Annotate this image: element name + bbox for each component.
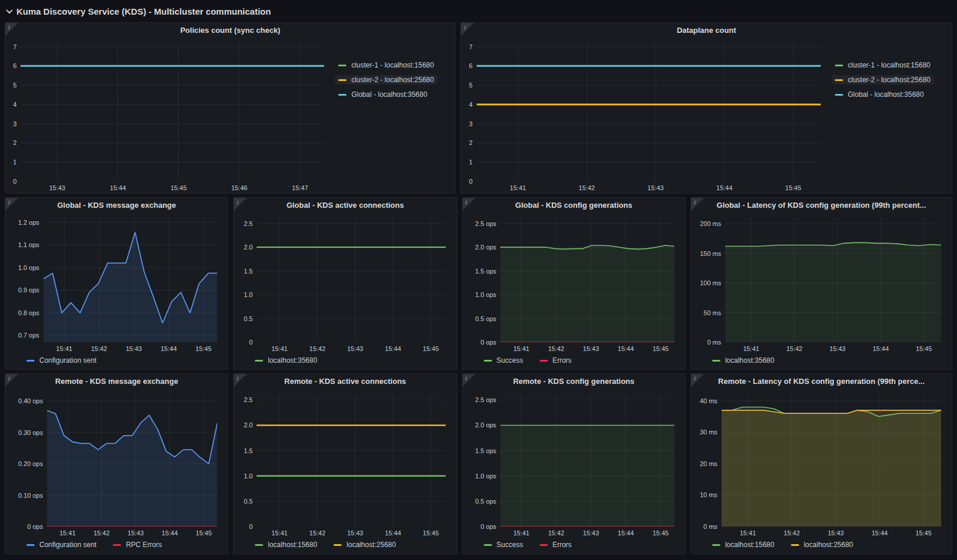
x-tick-label: 15:43 — [127, 529, 144, 537]
x-tick-label: 15:45 — [652, 529, 669, 537]
legend-swatch — [255, 360, 263, 362]
y-tick-label: 1.0 — [244, 473, 252, 480]
x-tick-label: 15:43 — [830, 345, 846, 352]
y-tick-label: 0 — [249, 523, 252, 530]
row-header-title: Kuma Discovery Service (KDS) - Multiclus… — [16, 6, 271, 16]
panel-title[interactable]: Global - KDS message exchange — [5, 198, 228, 213]
legend-item-rpc-errors[interactable]: RPC Errors — [109, 540, 165, 549]
panel-body: 00.51.01.52.02.515:4115:4215:4315:4415:4… — [234, 213, 456, 354]
plot-canvas[interactable] — [477, 43, 821, 181]
chart-plot-area: 0 ms50 ms100 ms150 ms200 ms15:4115:4215:… — [696, 214, 948, 354]
y-tick-label: 1.0 — [244, 291, 252, 298]
x-tick-label: 15:45 — [196, 529, 212, 537]
x-tick-label: 15:43 — [49, 184, 66, 191]
legend-item-success[interactable]: Success — [480, 540, 527, 549]
legend-item-errors[interactable]: Errors — [536, 356, 575, 365]
x-tick-label: 15:43 — [828, 529, 844, 537]
y-axis-labels: 0.7 ops0.8 ops0.9 ops1.0 ops1.1 ops1.2 o… — [10, 218, 43, 342]
legend-label: Errors — [552, 356, 572, 365]
legend-swatch — [484, 544, 492, 546]
legend-item-localhost-25680[interactable]: localhost:25680 — [330, 540, 399, 549]
panel-row-bottom: iRemote - KDS message exchange0 ops0.10 … — [5, 373, 952, 554]
x-tick-label: 15:41 — [59, 529, 76, 537]
y-tick-label: 2.0 ops — [475, 244, 496, 251]
legend: localhost:35680 — [234, 354, 456, 369]
chart-plot-area: 0123456715:4315:4415:4515:4615:47 — [10, 39, 331, 193]
legend-item-configuration-sent[interactable]: Configuration sent — [23, 540, 100, 549]
panel-title[interactable]: Remote - Latency of KDS config generatio… — [691, 374, 952, 389]
plot-canvas[interactable] — [47, 394, 217, 527]
plot-canvas[interactable] — [257, 394, 446, 527]
legend-label: localhost:15680 — [268, 541, 317, 549]
legend-swatch — [338, 94, 346, 96]
plot-canvas[interactable] — [500, 218, 675, 342]
legend-swatch — [835, 65, 843, 66]
plot-canvas[interactable] — [500, 394, 675, 527]
legend: SuccessErrors — [463, 538, 685, 554]
x-tick-label: 15:41 — [510, 184, 526, 191]
row-header-kds[interactable]: Kuma Discovery Service (KDS) - Multiclus… — [5, 4, 952, 19]
legend-item-success[interactable]: Success — [480, 356, 527, 365]
chevron-down-icon — [6, 7, 12, 14]
legend-item-global-localhost-35680[interactable]: Global - localhost:35680 — [831, 90, 927, 99]
panel-body: 0 ops0.5 ops1.0 ops1.5 ops2.0 ops2.5 ops… — [463, 389, 685, 538]
y-tick-label: 0.5 — [244, 498, 252, 505]
panel-title[interactable]: Policies count (sync check) — [5, 23, 455, 38]
x-tick-label: 15:42 — [579, 184, 595, 191]
panel-title[interactable]: Global - KDS config generations — [463, 198, 685, 213]
plot-canvas[interactable] — [21, 43, 324, 181]
y-tick-label: 0.20 ops — [18, 460, 43, 467]
legend-label: localhost:25680 — [346, 541, 396, 549]
legend-item-localhost-15680[interactable]: localhost:15680 — [251, 540, 321, 549]
legend-label: Configuration sent — [39, 541, 96, 549]
legend-swatch — [791, 544, 799, 546]
y-tick-label: 2 — [13, 139, 16, 146]
panel-title[interactable]: Global - KDS active connections — [234, 198, 456, 213]
legend-label: Global - localhost:35680 — [351, 90, 427, 99]
dashboard: Kuma Discovery Service (KDS) - Multiclus… — [0, 0, 957, 559]
y-tick-label: 2 — [469, 139, 473, 146]
legend-item-localhost-35680[interactable]: localhost:35680 — [251, 356, 321, 365]
x-tick-label: 15:45 — [915, 529, 932, 537]
y-tick-label: 5 — [13, 82, 16, 89]
x-tick-label: 15:45 — [196, 345, 212, 352]
y-tick-label: 0 — [469, 178, 473, 185]
panel-title[interactable]: Global - Latency of KDS config generatio… — [691, 198, 952, 213]
legend-item-cluster-1-localhost-15680[interactable]: cluster-1 - localhost:15680 — [831, 60, 934, 70]
panel-title[interactable]: Remote - KDS config generations — [463, 374, 685, 389]
panel-title[interactable]: Remote - KDS active connections — [234, 374, 456, 389]
legend-item-cluster-2-localhost-25680[interactable]: cluster-2 - localhost:25680 — [831, 75, 934, 85]
y-tick-label: 0 ops — [480, 339, 496, 346]
plot-canvas[interactable] — [43, 218, 217, 342]
legend-item-errors[interactable]: Errors — [536, 540, 575, 549]
x-axis-labels: 15:4315:4415:4515:4615:47 — [21, 181, 324, 193]
legend-item-localhost-35680[interactable]: localhost:35680 — [709, 356, 778, 365]
legend-item-configuration-sent[interactable]: Configuration sent — [23, 356, 100, 365]
x-tick-label: 15:45 — [916, 345, 932, 352]
y-tick-label: 6 — [469, 62, 473, 69]
legend-label: Success — [497, 356, 523, 365]
y-tick-label: 1.5 ops — [475, 447, 496, 454]
panel-global-kds-active-connections: iGlobal - KDS active connections00.51.01… — [233, 197, 457, 370]
x-axis-labels: 15:4115:4215:4315:4415:45 — [725, 342, 941, 354]
x-tick-label: 15:41 — [56, 345, 73, 352]
x-tick-label: 15:41 — [743, 345, 760, 352]
legend-swatch — [540, 360, 548, 362]
x-tick-label: 15:44 — [618, 529, 634, 537]
legend-item-global-localhost-35680[interactable]: Global - localhost:35680 — [335, 90, 430, 99]
legend: localhost:35680 — [691, 354, 952, 369]
legend-item-localhost-25680[interactable]: localhost:25680 — [787, 540, 857, 549]
y-tick-label: 0.10 ops — [18, 492, 43, 499]
legend-item-cluster-1-localhost-15680[interactable]: cluster-1 - localhost:15680 — [335, 60, 437, 70]
y-axis-labels: 00.51.01.52.02.5 — [238, 218, 257, 342]
plot-canvas[interactable] — [722, 394, 941, 527]
plot-canvas[interactable] — [257, 218, 446, 342]
y-tick-label: 7 — [13, 43, 16, 50]
plot-canvas[interactable] — [725, 218, 941, 342]
y-axis-labels: 0 ops0.5 ops1.0 ops1.5 ops2.0 ops2.5 ops — [467, 394, 501, 527]
legend-label: cluster-1 - localhost:15680 — [848, 61, 931, 69]
panel-title[interactable]: Remote - KDS message exchange — [5, 374, 228, 389]
legend-item-cluster-2-localhost-25680[interactable]: cluster-2 - localhost:25680 — [335, 75, 437, 85]
legend-item-localhost-15680[interactable]: localhost:15680 — [709, 540, 778, 549]
panel-title[interactable]: Dataplane count — [461, 23, 952, 38]
